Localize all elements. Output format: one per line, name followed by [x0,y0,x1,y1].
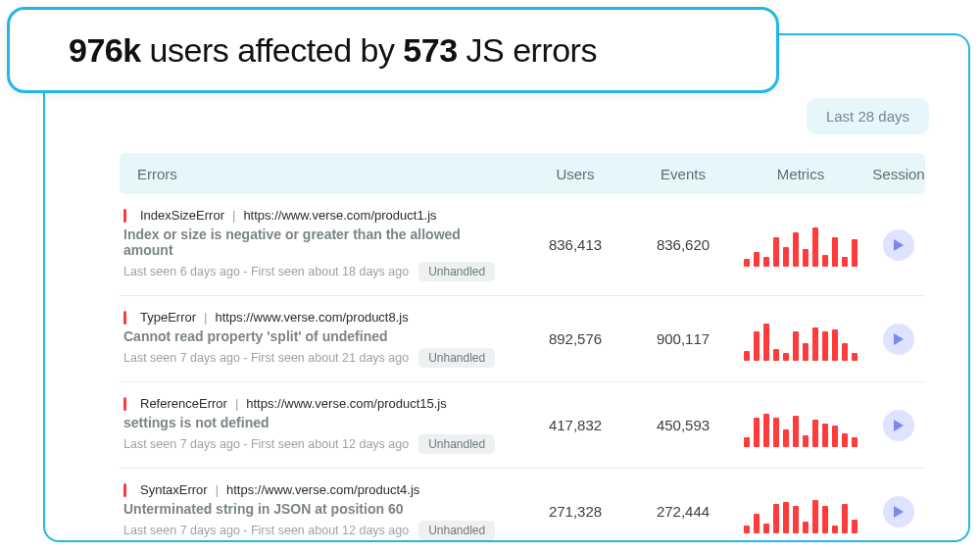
headline-bubble: 976k users affected by 573 JS errors [7,7,779,93]
metrics-sparkline [737,490,864,533]
col-session[interactable]: Session [864,166,933,182]
table-row[interactable]: IndexSizeError|https://www.verse.com/pro… [120,194,925,296]
error-message: Cannot read property 'split' of undefine… [123,328,512,344]
table-row[interactable]: ReferenceError|https://www.verse.com/pro… [120,382,925,469]
users-value: 417,832 [521,417,629,433]
error-type: IndexSizeError [140,208,224,223]
error-indicator [123,209,126,223]
error-seen: Last seen 7 days ago - First seen about … [123,351,409,365]
timeframe-selector[interactable]: Last 28 days [807,98,929,134]
error-url: https://www.verse.com/product1.js [243,208,436,223]
users-value: 836,413 [521,236,629,253]
metrics-sparkline [737,404,864,447]
error-url: https://www.verse.com/product8.js [215,310,408,325]
unhandled-badge: Unhandled [418,434,495,454]
play-icon [893,238,905,252]
error-type: ReferenceError [140,396,227,411]
play-session-button[interactable] [883,496,914,527]
table-row[interactable]: SyntaxError|https://www.verse.com/produc… [120,469,925,542]
session-cell [864,324,933,355]
error-cell: TypeError|https://www.verse.com/product8… [120,310,521,368]
play-session-button[interactable] [883,410,914,441]
error-cell: IndexSizeError|https://www.verse.com/pro… [120,208,521,281]
unhandled-badge: Unhandled [418,521,495,540]
events-value: 272,444 [629,503,737,520]
play-icon [893,332,905,346]
play-icon [893,505,905,519]
error-url: https://www.verse.com/product4.js [226,482,419,497]
unhandled-badge: Unhandled [418,262,495,281]
events-value: 900,117 [629,330,737,347]
error-message: Index or size is negative or greater tha… [123,226,512,258]
error-cell: SyntaxError|https://www.verse.com/produc… [120,482,521,540]
col-events[interactable]: Events [629,166,737,182]
metrics-sparkline [737,318,864,361]
error-indicator [123,483,126,497]
col-errors[interactable]: Errors [120,166,521,182]
events-value: 450,593 [629,417,737,433]
session-cell [864,410,933,441]
error-indicator [123,397,126,411]
col-users[interactable]: Users [521,166,629,182]
users-value: 271,328 [521,503,629,520]
col-metrics[interactable]: Metrics [737,166,864,182]
error-seen: Last seen 7 days ago - First seen about … [123,524,409,537]
error-seen: Last seen 6 days ago - First seen about … [123,265,409,278]
errors-table: Errors Users Events Metrics Session Inde… [120,153,925,542]
error-indicator [123,311,126,325]
error-message: settings is not defined [123,415,512,430]
headline-error-count: 573 [403,31,457,69]
metrics-sparkline [737,224,864,267]
table-header: Errors Users Events Metrics Session [120,153,925,194]
headline-text: 976k users affected by 573 JS errors [69,31,597,70]
error-type: TypeError [140,310,196,325]
unhandled-badge: Unhandled [418,348,495,368]
session-cell [864,229,933,261]
error-message: Unterminated string in JSON at position … [123,501,512,517]
error-seen: Last seen 7 days ago - First seen about … [123,437,409,451]
session-cell [864,496,933,527]
play-session-button[interactable] [883,324,914,355]
error-type: SyntaxError [140,482,208,497]
headline-users-count: 976k [69,31,141,69]
play-session-button[interactable] [883,229,914,261]
error-url: https://www.verse.com/product15.js [246,396,446,411]
events-value: 836,620 [629,236,737,253]
errors-card: Last 28 days Errors Users Events Metrics… [43,33,970,542]
error-cell: ReferenceError|https://www.verse.com/pro… [120,396,521,454]
play-icon [893,419,905,432]
table-row[interactable]: TypeError|https://www.verse.com/product8… [120,296,925,382]
users-value: 892,576 [521,330,629,347]
